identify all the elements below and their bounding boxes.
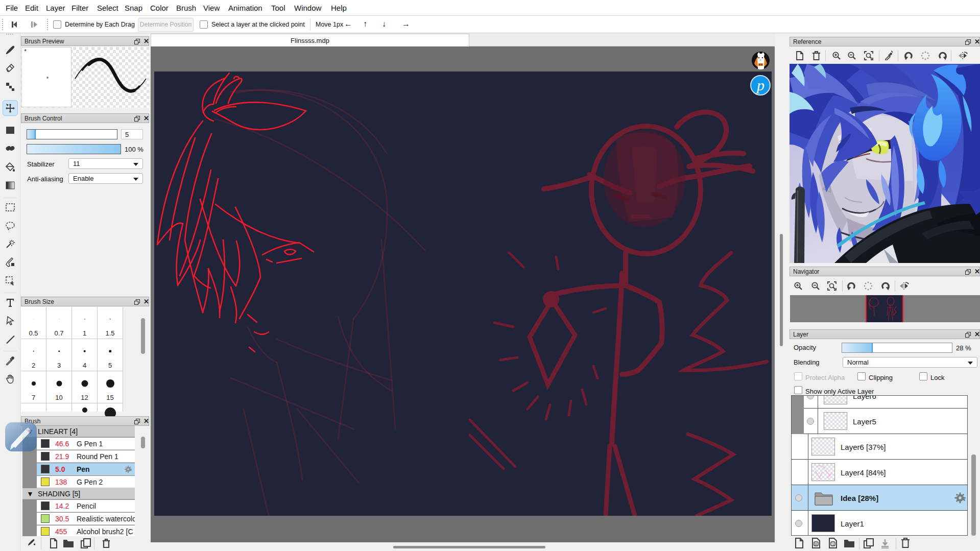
svg-text:8: 8 [815, 542, 818, 546]
svg-text:1: 1 [832, 542, 834, 546]
